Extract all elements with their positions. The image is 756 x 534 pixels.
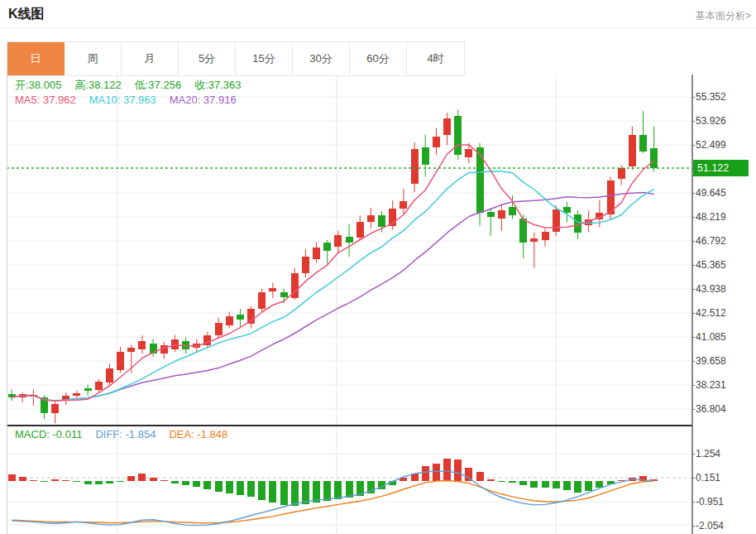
- page-header: K线图 基本面分析>: [0, 0, 756, 28]
- legend-item: MACD: -0.011: [15, 428, 82, 440]
- legend-item: 开:38.005: [15, 79, 61, 91]
- interval-tab-5分[interactable]: 5分: [179, 42, 236, 75]
- interval-tab-15分[interactable]: 15分: [236, 42, 293, 75]
- legend-item: DIFF: -1.854: [95, 428, 156, 440]
- axis-tick-label: 53.926: [696, 114, 726, 127]
- axis-tick-label: -2.054: [696, 519, 724, 532]
- axis-tick-label: 46.792: [696, 234, 726, 248]
- axis-tick-label: 43.938: [696, 282, 726, 296]
- interval-tab-日[interactable]: 日: [7, 42, 65, 75]
- interval-tab-月[interactable]: 月: [122, 42, 179, 75]
- axis-tick-label: 52.499: [696, 138, 726, 152]
- axis-tick-label: 55.352: [696, 90, 726, 103]
- ma-legend: MA5: 37.962MA10: 37.963MA20: 37.916: [15, 94, 250, 106]
- axis-tick-label: -0.951: [696, 495, 724, 508]
- kline-chart[interactable]: [7, 75, 693, 534]
- axis-tick-label: 42.512: [696, 306, 726, 320]
- axis-tick-label: 45.365: [696, 258, 726, 272]
- page-title: K线图: [8, 6, 45, 23]
- axis-tick-label: 36.804: [696, 402, 726, 416]
- legend-item: MA5: 37.962: [15, 94, 76, 106]
- fundamental-analysis-link[interactable]: 基本面分析>: [696, 9, 751, 23]
- legend-item: 收:37.363: [194, 79, 241, 91]
- axis-tick-label: 41.085: [696, 330, 726, 344]
- axis-tick-label: 39.658: [696, 354, 726, 368]
- legend-item: DEA: -1.848: [169, 428, 227, 440]
- chart-area: 开:38.005高:38.122低:37.256收:37.363 MA5: 37…: [0, 75, 756, 534]
- last-price-tag: 51.122: [693, 160, 749, 176]
- axis-tick-label: 38.231: [696, 378, 726, 392]
- axis-tick-label: 49.645: [696, 186, 726, 200]
- axis-tick-label: 48.219: [696, 210, 726, 224]
- interval-tab-60分[interactable]: 60分: [350, 42, 407, 75]
- interval-tab-4时[interactable]: 4时: [407, 42, 464, 75]
- legend-item: MA10: 37.963: [89, 94, 156, 106]
- interval-tab-周[interactable]: 周: [65, 42, 122, 75]
- legend-item: 高:38.122: [74, 79, 121, 91]
- ohlc-legend: 开:38.005高:38.122低:37.256收:37.363: [15, 78, 255, 93]
- kline-page: K线图 基本面分析> 日周月5分15分30分60分4时 开:38.005高:38…: [0, 0, 756, 534]
- macd-legend: MACD: -0.011DIFF: -1.854DEA: -1.848: [15, 428, 241, 440]
- interval-tabs: 日周月5分15分30分60分4时: [7, 41, 465, 76]
- legend-item: MA20: 37.916: [170, 94, 237, 106]
- legend-item: 低:37.256: [135, 79, 181, 91]
- interval-tab-30分[interactable]: 30分: [293, 42, 350, 75]
- axis-tick-label: 1.254: [696, 447, 720, 460]
- axis-tick-label: 0.151: [696, 471, 720, 484]
